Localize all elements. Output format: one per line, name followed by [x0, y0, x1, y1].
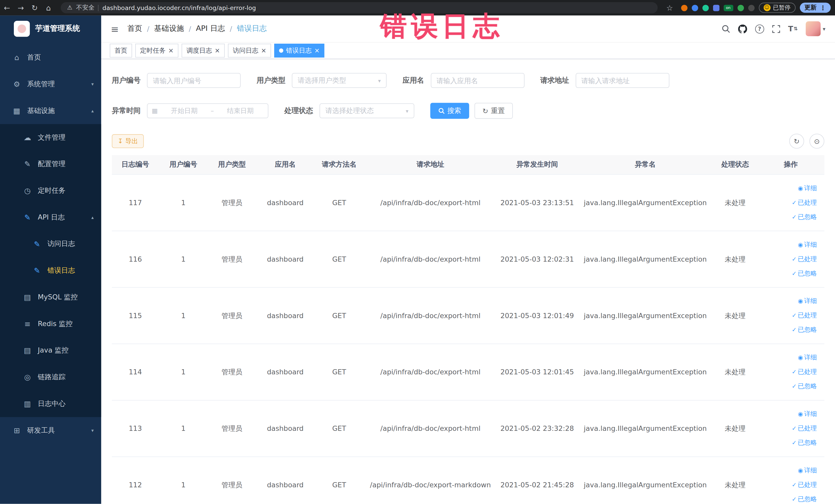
sidebar-item-file-management[interactable]: ☁ 文件管理: [0, 124, 101, 151]
detail-link[interactable]: ◉详细: [759, 238, 817, 252]
extension-icon[interactable]: [713, 5, 719, 11]
address-bar[interactable]: ⚠ 不安全 dashboard.yudao.iocoder.cn/infra/l…: [61, 2, 658, 13]
monitor-icon: ▤: [23, 293, 31, 301]
processed-label: 已处理: [798, 368, 817, 376]
github-icon[interactable]: [738, 24, 747, 33]
processed-label: 已处理: [798, 199, 817, 206]
cell-user-id: 1: [159, 344, 208, 400]
process-status-select[interactable]: 请选择处理状态 ▾: [320, 103, 414, 118]
column-settings-button[interactable]: ⊙: [809, 134, 824, 149]
fullscreen-icon[interactable]: [772, 25, 780, 33]
mark-processed-link[interactable]: ✓已处理: [759, 252, 817, 266]
request-url-input[interactable]: [575, 73, 669, 88]
extension-icon[interactable]: [681, 5, 687, 11]
breadcrumb-home[interactable]: 首页: [127, 24, 142, 33]
sidebar-item-log-center[interactable]: ▥ 日志中心: [0, 390, 101, 417]
mark-ignored-link[interactable]: ✓已忽略: [759, 266, 817, 281]
close-icon[interactable]: ×: [215, 47, 220, 54]
sidebar-item-infrastructure[interactable]: ▦ 基础设施 ▴: [0, 98, 101, 124]
breadcrumb-api-log[interactable]: API 日志: [196, 24, 225, 33]
detail-link[interactable]: ◉详细: [759, 463, 817, 478]
hamburger-icon[interactable]: ≡: [111, 23, 119, 35]
sidebar-item-label: 研发工具: [27, 426, 55, 435]
app-name-input[interactable]: [430, 73, 524, 88]
back-icon[interactable]: ←: [0, 3, 14, 12]
mark-ignored-link[interactable]: ✓已忽略: [759, 210, 817, 224]
exception-time-range-picker[interactable]: ▦ 开始日期 – 结束日期: [147, 103, 268, 118]
sidebar-item-dev-tools[interactable]: ⊞ 研发工具 ▾: [0, 417, 101, 444]
close-icon[interactable]: ×: [168, 47, 174, 54]
font-size-icon[interactable]: T⇅: [788, 24, 798, 33]
help-icon[interactable]: ?: [755, 24, 764, 33]
sidebar-item-java-monitor[interactable]: ▤ Java 监控: [0, 337, 101, 364]
app-logo[interactable]: 芋道管理系统: [0, 15, 101, 42]
sidebar-item-access-log[interactable]: ✎ 访问日志: [0, 230, 101, 257]
sidebar-item-scheduled-tasks[interactable]: ◷ 定时任务: [0, 177, 101, 204]
eye-icon: ◉: [798, 467, 803, 474]
sidebar-item-error-log[interactable]: ✎ 错误日志: [0, 257, 101, 284]
sidebar-item-config-management[interactable]: ✎ 配置管理: [0, 151, 101, 177]
detail-link[interactable]: ◉详细: [759, 181, 817, 195]
sidebar-item-system-management[interactable]: ⚙ 系统管理 ▾: [0, 71, 101, 98]
sidebar-item-home[interactable]: ⌂ 首页: [0, 44, 101, 71]
cell-app-name: dashboard: [256, 457, 315, 504]
mark-processed-link[interactable]: ✓已处理: [759, 195, 817, 210]
user-avatar[interactable]: ▾: [806, 21, 826, 36]
forward-icon[interactable]: →: [14, 3, 28, 12]
detail-link[interactable]: ◉详细: [759, 407, 817, 421]
user-id-input[interactable]: [147, 73, 241, 88]
close-icon[interactable]: ×: [261, 47, 266, 54]
security-label[interactable]: 不安全: [76, 4, 95, 12]
reset-icon: ↻: [483, 107, 488, 114]
mark-ignored-link[interactable]: ✓已忽略: [759, 379, 817, 394]
bookmark-star-icon[interactable]: ☆: [663, 3, 677, 12]
filter-exception-time: 异常时间 ▦ 开始日期 – 结束日期: [112, 103, 268, 118]
mark-processed-link[interactable]: ✓已处理: [759, 308, 817, 323]
mark-processed-link[interactable]: ✓已处理: [759, 365, 817, 379]
chevron-down-icon: ▾: [378, 78, 381, 83]
browser-actions: ☆ on ☺ 已暂停 更新 ⋮: [663, 3, 831, 13]
detail-link[interactable]: ◉详细: [759, 294, 817, 308]
tab-error-log[interactable]: 错误日志 ×: [274, 44, 324, 58]
search-button[interactable]: 搜索: [430, 103, 469, 119]
mark-processed-link[interactable]: ✓已处理: [759, 478, 817, 492]
question-glyph: ?: [755, 24, 764, 33]
paused-extension-badge[interactable]: ☺ 已暂停: [758, 3, 795, 13]
kebab-menu-icon[interactable]: ⋮: [820, 4, 826, 12]
user-type-select[interactable]: 请选择用户类型 ▾: [292, 73, 387, 88]
cell-exception-time: 2021-05-03 12:01:45: [497, 344, 577, 400]
extension-on-badge-icon[interactable]: on: [724, 5, 733, 11]
browser-update-button[interactable]: 更新 ⋮: [799, 3, 831, 13]
export-button[interactable]: ↧ 导出: [112, 134, 144, 148]
refresh-button[interactable]: ↻: [789, 134, 804, 149]
url-text[interactable]: dashboard.yudao.iocoder.cn/infra/log/api…: [102, 4, 256, 12]
col-log-id: 日志编号: [112, 155, 159, 175]
close-icon[interactable]: ×: [314, 47, 320, 54]
sidebar-item-mysql-monitor[interactable]: ▤ MySQL 监控: [0, 284, 101, 311]
sidebar-item-redis-monitor[interactable]: ≡ Redis 监控: [0, 311, 101, 337]
sidebar-item-tracing[interactable]: ◎ 链路追踪: [0, 364, 101, 390]
extension-icon[interactable]: [702, 5, 709, 11]
search-icon[interactable]: [721, 24, 730, 33]
reload-icon[interactable]: ↻: [28, 3, 42, 12]
extension-icon[interactable]: [692, 5, 698, 11]
cell-log-id: 112: [112, 457, 159, 504]
mark-ignored-link[interactable]: ✓已忽略: [759, 492, 817, 504]
cell-method: GET: [315, 344, 364, 400]
home-nav-icon[interactable]: ⌂: [42, 3, 56, 12]
extension-icon[interactable]: [748, 5, 754, 11]
tab-access-log[interactable]: 访问日志 ×: [228, 44, 271, 58]
mark-ignored-link[interactable]: ✓已忽略: [759, 436, 817, 450]
breadcrumb-infrastructure[interactable]: 基础设施: [154, 24, 184, 33]
cell-status: 未处理: [713, 344, 757, 400]
mark-processed-link[interactable]: ✓已处理: [759, 421, 817, 436]
detail-link[interactable]: ◉详细: [759, 350, 817, 365]
tab-home[interactable]: 首页: [109, 44, 132, 58]
sidebar-item-api-log[interactable]: ✎ API 日志 ▴: [0, 204, 101, 231]
check-icon: ✓: [792, 214, 797, 221]
extension-icon[interactable]: [737, 5, 744, 11]
reset-button[interactable]: ↻ 重置: [474, 103, 513, 119]
mark-ignored-link[interactable]: ✓已忽略: [759, 323, 817, 337]
tab-schedule-log[interactable]: 调度日志 ×: [182, 44, 225, 58]
tab-scheduled-tasks[interactable]: 定时任务 ×: [135, 44, 178, 58]
